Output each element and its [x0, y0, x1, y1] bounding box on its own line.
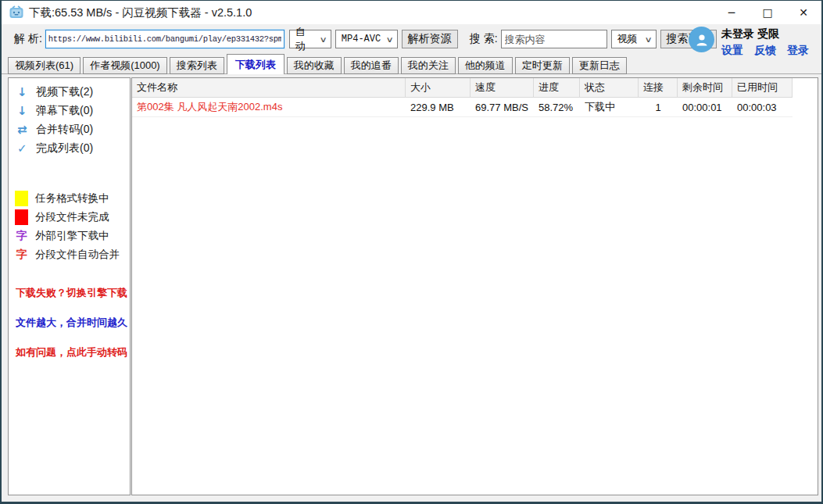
- check-icon: ✓: [17, 141, 36, 155]
- sidebar-item-video-download[interactable]: ↓ 视频下载(2): [9, 83, 130, 102]
- download-arrow-icon: ↓: [17, 85, 36, 99]
- tab-download-list[interactable]: 下载列表: [227, 54, 284, 74]
- chevron-down-icon: ∨: [645, 35, 653, 44]
- cell-size: 229.9 MB: [406, 98, 471, 116]
- chevron-down-icon: ∨: [320, 35, 327, 44]
- table-row[interactable]: 第002集 凡人风起天南2002.m4s 229.9 MB 69.77 MB/S…: [132, 98, 793, 117]
- url-input[interactable]: [45, 30, 284, 48]
- tab-his-channel[interactable]: 他的频道: [458, 57, 513, 74]
- tab-video-list[interactable]: 视频列表(61): [8, 57, 81, 74]
- format-select[interactable]: MP4-AVC ∨: [335, 30, 398, 48]
- avatar[interactable]: [689, 27, 714, 52]
- legend-external-engine: 字 外部引擎下载中: [9, 227, 130, 245]
- tab-my-favorites[interactable]: 我的收藏: [287, 57, 342, 74]
- tab-search-list[interactable]: 搜索列表: [170, 57, 224, 74]
- search-type-select[interactable]: 视频 ∨: [611, 30, 657, 48]
- column-header-progress[interactable]: 进度: [534, 78, 580, 97]
- column-header-status[interactable]: 状态: [580, 78, 639, 97]
- merge-arrows-icon: ⇄: [17, 123, 36, 137]
- tab-my-follows[interactable]: 我的关注: [401, 57, 456, 74]
- status-legend: 任务格式转换中 分段文件未完成 字 外部引擎下载中 字 分段文件自动合并: [9, 189, 130, 264]
- legend-segment-incomplete: 分段文件未完成: [9, 208, 130, 227]
- sidebar-item-label: 合并转码(0): [36, 123, 93, 137]
- red-char-icon: 字: [15, 248, 28, 262]
- tip-merge-time: 文件越大，合并时间越久: [16, 308, 130, 338]
- feedback-link[interactable]: 反馈: [754, 44, 776, 58]
- tab-author-videos[interactable]: 作者视频(1000): [83, 57, 167, 74]
- download-table-panel: 文件名称 大小 速度 进度 状态 连接 剩余时间 已用时间 第002集 凡人风起…: [131, 77, 818, 495]
- cell-filename: 第002集 凡人风起天南2002.m4s: [132, 98, 406, 116]
- mode-select-value: 自动: [295, 25, 315, 53]
- yellow-swatch-icon: [15, 191, 28, 206]
- column-header-elapsed[interactable]: 已用时间: [732, 78, 793, 97]
- sidebar-item-label: 视频下载(2): [36, 85, 93, 99]
- column-header-filename[interactable]: 文件名称: [132, 78, 406, 97]
- sidebar-item-label: 完成列表(0): [36, 141, 93, 155]
- sidebar-item-label: 弹幕下载(0): [36, 104, 93, 118]
- legend-auto-merge: 字 分段文件自动合并: [9, 245, 130, 264]
- format-select-value: MP4-AVC: [342, 34, 381, 45]
- parse-button[interactable]: 解析资源: [402, 30, 458, 48]
- table-header: 文件名称 大小 速度 进度 状态 连接 剩余时间 已用时间: [132, 78, 793, 98]
- tab-changelog[interactable]: 更新日志: [572, 57, 627, 74]
- cell-remaining: 00:00:01: [678, 98, 732, 116]
- mode-select[interactable]: 自动 ∨: [289, 30, 331, 48]
- login-status: 未登录 受限: [721, 27, 809, 41]
- maximize-button[interactable]: □: [750, 1, 785, 24]
- legend-label: 分段文件未完成: [35, 210, 109, 224]
- parse-label: 解 析:: [14, 32, 42, 46]
- chevron-down-icon: ∨: [386, 35, 394, 44]
- window-title: 下载:65.53 MB/s - 闪豆视频下载器 - v2.5.1.0: [29, 5, 252, 20]
- column-header-remaining[interactable]: 剩余时间: [678, 78, 732, 97]
- search-label: 搜 索:: [470, 32, 498, 46]
- titlebar: 下载:65.53 MB/s - 闪豆视频下载器 - v2.5.1.0 ─ □ ✕: [2, 1, 821, 24]
- column-header-size[interactable]: 大小: [406, 78, 471, 97]
- app-logo-icon: [9, 5, 24, 20]
- sidebar-item-completed-list[interactable]: ✓ 完成列表(0): [9, 139, 130, 158]
- account-block: 未登录 受限 设置 反馈 登录: [689, 27, 809, 58]
- cell-elapsed: 00:00:03: [732, 98, 793, 116]
- app-window: 下载:65.53 MB/s - 闪豆视频下载器 - v2.5.1.0 ─ □ ✕…: [0, 0, 823, 504]
- settings-link[interactable]: 设置: [721, 44, 743, 58]
- legend-label: 外部引擎下载中: [35, 229, 109, 243]
- legend-label: 任务格式转换中: [35, 191, 109, 206]
- column-header-speed[interactable]: 速度: [471, 78, 534, 97]
- minimize-button[interactable]: ─: [714, 1, 750, 24]
- close-button[interactable]: ✕: [785, 1, 821, 24]
- tip-manual-transcode[interactable]: 如有问题，点此手动转码: [16, 338, 130, 367]
- window-controls: ─ □ ✕: [714, 1, 821, 24]
- sidebar: ↓ 视频下载(2) ↓ 弹幕下载(0) ⇄ 合并转码(0) ✓ 完成列表(0) …: [8, 77, 131, 495]
- login-link[interactable]: 登录: [787, 44, 809, 58]
- account-links: 设置 反馈 登录: [721, 44, 809, 58]
- legend-converting: 任务格式转换中: [9, 189, 130, 208]
- column-header-connections[interactable]: 连接: [639, 78, 678, 97]
- sidebar-nav: ↓ 视频下载(2) ↓ 弹幕下载(0) ⇄ 合并转码(0) ✓ 完成列表(0): [9, 78, 130, 158]
- search-input[interactable]: [501, 30, 607, 48]
- tab-my-bangumi[interactable]: 我的追番: [344, 57, 399, 74]
- sidebar-item-merge-transcode[interactable]: ⇄ 合并转码(0): [9, 120, 130, 139]
- user-icon: [694, 32, 710, 48]
- cell-connections: 1: [639, 98, 678, 116]
- legend-label: 分段文件自动合并: [35, 248, 120, 262]
- red-swatch-icon: [15, 209, 28, 225]
- cell-speed: 69.77 MB/S: [471, 98, 534, 116]
- cell-progress: 58.72%: [534, 98, 580, 116]
- purple-char-icon: 字: [15, 229, 28, 243]
- download-arrow-icon: ↓: [17, 104, 36, 118]
- search-type-value: 视频: [617, 32, 638, 46]
- tip-switch-engine[interactable]: 下载失败？切换引擎下载: [16, 278, 130, 308]
- sidebar-item-danmaku-download[interactable]: ↓ 弹幕下载(0): [9, 102, 130, 120]
- tab-scheduled-update[interactable]: 定时更新: [515, 57, 570, 74]
- sidebar-tips: 下载失败？切换引擎下载 文件越大，合并时间越久 如有问题，点此手动转码: [9, 278, 130, 367]
- cell-status: 下载中: [580, 98, 639, 116]
